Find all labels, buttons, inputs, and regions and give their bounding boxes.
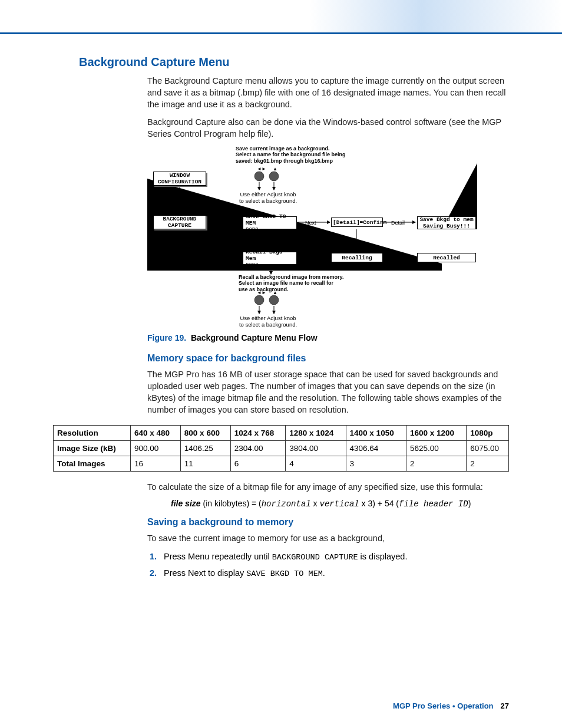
table-col-1400: 1400 x 1050 bbox=[346, 426, 406, 441]
diagram-label-detail: Detail bbox=[391, 220, 405, 226]
svg-text:◄►: ◄► bbox=[257, 166, 266, 172]
diagram-note-top: Save current image as a background.Selec… bbox=[236, 146, 365, 164]
table-row: Total Images 16 11 6 4 3 2 2 bbox=[54, 456, 509, 472]
diagram-box-detail: [Detail]=Confirm bbox=[331, 218, 383, 227]
table-col-1080p: 1080p bbox=[467, 426, 509, 441]
heading-main: Background Capture Menu bbox=[79, 55, 509, 69]
diagram-box-recalled: Recalled bbox=[417, 253, 476, 262]
figure-caption: Figure 19. Background Capture Menu Flow bbox=[147, 333, 509, 342]
diagram-label-next-1: Next bbox=[217, 220, 228, 226]
figure-flowchart: ◄► ▲ ◄► ▲ Save current image as a backgr… bbox=[147, 146, 509, 328]
table-col-1600: 1600 x 1200 bbox=[406, 426, 466, 441]
heading-memory-space: Memory space for background files bbox=[147, 353, 509, 364]
heading-saving: Saving a background to memory bbox=[147, 517, 509, 528]
diagram-label-next-3: Next bbox=[262, 240, 273, 246]
diagram-box-busy: Save Bkgd to mem Saving Busy!!! bbox=[417, 216, 476, 229]
table-header-row: Resolution 640 x 480 800 x 600 1024 x 76… bbox=[54, 426, 509, 441]
paragraph-formula-intro: To calculate the size of a bitmap file f… bbox=[147, 481, 509, 493]
diagram-knob-note-bottom: Use either Adjust knobto select a backgr… bbox=[239, 315, 297, 328]
resolution-table: Resolution 640 x 480 800 x 600 1024 x 76… bbox=[53, 425, 509, 472]
list-item: Press Menu repeatedly until BACKGROUND C… bbox=[159, 550, 509, 564]
diagram-box-bgcapture: BACKGROUNDCAPTURE bbox=[153, 215, 206, 229]
paragraph-intro-1: The Background Capture menu allows you t… bbox=[147, 75, 509, 110]
table-col-1024: 1024 x 768 bbox=[230, 426, 286, 441]
diagram-note-bottom: Recall a background image from memory.Se… bbox=[239, 274, 368, 292]
svg-point-17 bbox=[269, 172, 279, 181]
diagram-label-next-4: Next bbox=[305, 255, 316, 261]
top-gradient-bar bbox=[0, 0, 562, 34]
table-col-800: 800 x 600 bbox=[180, 426, 230, 441]
diagram-label-next-2: Next bbox=[305, 220, 316, 226]
diagram-knob-note-top: Use either Adjust knobto select a backgr… bbox=[239, 192, 297, 205]
diagram-box-window: WINDOWCONFIGURATION bbox=[153, 172, 206, 186]
paragraph-intro-2: Background Capture also can be done via … bbox=[147, 116, 509, 140]
paragraph-memory: The MGP Pro has 16 MB of user storage sp… bbox=[147, 368, 509, 416]
table-col-640: 640 x 480 bbox=[130, 426, 180, 441]
steps-list: Press Menu repeatedly until BACKGROUND C… bbox=[159, 550, 509, 580]
svg-point-16 bbox=[254, 172, 264, 181]
diagram-label-ifnone: If None is selected bbox=[300, 235, 347, 241]
svg-text:▲: ▲ bbox=[273, 166, 277, 172]
table-col-1280: 1280 x 1024 bbox=[286, 426, 346, 441]
svg-point-20 bbox=[254, 295, 264, 305]
diagram-box-recall: Recall Bkgd Mem none bbox=[243, 252, 297, 265]
table-col-resolution: Resolution bbox=[54, 426, 131, 441]
svg-point-21 bbox=[269, 295, 279, 305]
list-item: Press Next to display SAVE BKGD TO MEM. bbox=[159, 566, 509, 581]
diagram-label-menu: Menu bbox=[172, 200, 186, 206]
paragraph-saving-intro: To save the current image to memory for … bbox=[147, 532, 509, 544]
formula-file-size: file size (in kilobytes) = (horizontal x… bbox=[171, 499, 509, 509]
diagram-box-save: SAVE BKGD TO MEM none bbox=[243, 216, 297, 229]
table-row: Image Size (kB) 900.00 1406.25 2304.00 3… bbox=[54, 441, 509, 456]
page-footer: MGP Pro Series • Operation27 bbox=[393, 701, 509, 710]
diagram-box-recalling: Recalling bbox=[331, 253, 383, 262]
